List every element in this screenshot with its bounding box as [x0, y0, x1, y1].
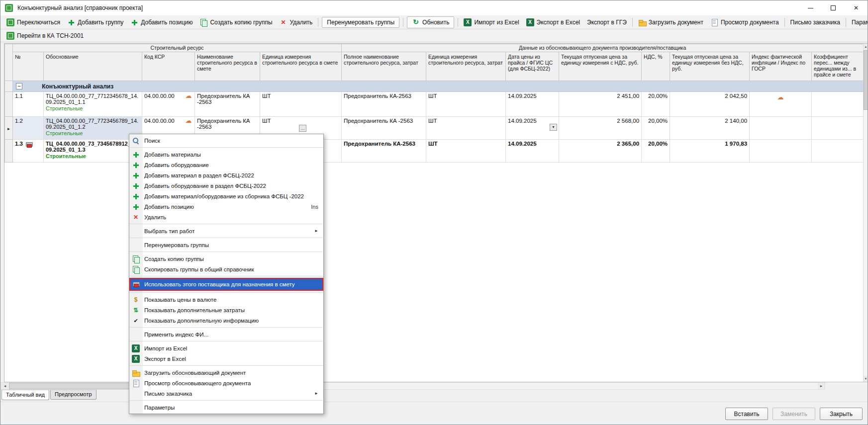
table-row[interactable]: 1.1 ТЦ_04.00.00.00_77_7712345678_14.09.2…	[5, 92, 864, 117]
cell-unit[interactable]: ШТ	[426, 140, 506, 163]
column-header-unit-estimate[interactable]: Единица измерения строительного ресурса …	[260, 52, 342, 81]
cell-vat[interactable]: 20,00%	[642, 92, 670, 117]
menu-item-add-materials[interactable]: Добавить материалы	[129, 149, 323, 160]
cell-justification[interactable]: ТЦ_04.00.00.00_77_7712345678_14.09.2025_…	[44, 92, 142, 117]
menu-item-upload-supporting-document[interactable]: Загрузить обосновывающий документ	[129, 367, 323, 378]
column-header-full-name[interactable]: Полное наименование строительного ресурс…	[342, 52, 426, 81]
customer-letter-button[interactable]: Письмо заказчика	[787, 17, 844, 27]
cell-price-with-vat[interactable]: 2 451,00	[559, 92, 642, 117]
cell-name-estimate[interactable]: Предохранитель КА -2563	[195, 92, 260, 117]
cloud-icon[interactable]	[185, 117, 193, 125]
menu-item-use-supplier[interactable]: Использовать этого поставщика для назнач…	[129, 278, 323, 291]
add-position-button[interactable]: Добавить позицию	[127, 17, 196, 28]
column-header-name-estimate[interactable]: Наименование строительного ресурса в сме…	[195, 52, 260, 81]
menu-item-choose-work-type[interactable]: Выбрать тип работ ►	[129, 226, 323, 236]
add-group-button[interactable]: Добавить группу	[64, 17, 127, 28]
view-document-button[interactable]: Просмотр документа	[707, 17, 782, 28]
menu-item-search[interactable]: Поиск	[129, 135, 323, 146]
scroll-left-arrow-icon[interactable]: ◄	[1, 383, 8, 389]
cell-price-with-vat[interactable]: 2 568,00	[559, 117, 642, 140]
cell-justification[interactable]: ТЦ_04.00.00.00_73_7345678912_14.09.2025_…	[44, 140, 142, 163]
cell-vat[interactable]: 20,00%	[642, 140, 670, 163]
export-excel-button[interactable]: Экспорт в Excel	[523, 17, 583, 28]
column-header-price-date[interactable]: Дата цены из прайса / ФГИС ЦС (для ФСБЦ-…	[506, 52, 559, 81]
column-header-price-without-vat[interactable]: Текущая отпускная цена за единицу измере…	[670, 52, 750, 81]
replace-button[interactable]: Заменить	[772, 408, 815, 420]
close-dialog-button[interactable]: Закрыть	[820, 408, 863, 420]
refresh-button[interactable]: Обновить	[407, 16, 454, 28]
cell-full-name[interactable]: Предохранитель КА-2563	[342, 140, 426, 163]
import-excel-button[interactable]: Импорт из Excel	[460, 17, 522, 28]
column-header-num[interactable]: №	[13, 52, 44, 81]
column-header-inflation-index[interactable]: Индекс фактической инфляции / Индекс по …	[750, 52, 812, 81]
menu-item-show-additional-info[interactable]: Показывать дополнительную информацию	[129, 315, 323, 326]
horizontal-scrollbar[interactable]: ◄ ►	[1, 382, 825, 390]
cell-full-name[interactable]: Предохранитель КА-2563	[342, 92, 426, 117]
cell-inflation-index[interactable]	[750, 140, 812, 163]
cell-price-date[interactable]: 14.09.2025	[506, 140, 559, 163]
copy-group-button[interactable]: Создать копию группы	[196, 17, 276, 28]
cell-justification[interactable]: ТЦ_04.00.00.00_77_7723456789_14.09.2025_…	[44, 117, 142, 140]
switch-button[interactable]: Переключиться	[3, 17, 64, 28]
close-button[interactable]: ✕	[845, 0, 868, 15]
menu-item-show-currency-prices[interactable]: Показывать цены в валюте	[129, 294, 323, 305]
menu-item-copy-groups-to-reference[interactable]: Скопировать группы в общий справочник	[129, 264, 323, 274]
menu-item-delete[interactable]: Удалить	[129, 212, 323, 222]
cell-inflation-index[interactable]	[750, 117, 812, 140]
cell-num[interactable]: 1.1	[13, 92, 44, 117]
menu-item-renumber-groups[interactable]: Перенумеровать группы	[129, 240, 323, 250]
column-header-price-with-vat[interactable]: Текущая отпускная цена за единицу измере…	[559, 52, 642, 81]
export-gge-button[interactable]: Экспорт в ГГЭ	[583, 17, 630, 27]
scroll-right-arrow-icon[interactable]: ►	[818, 383, 825, 389]
cell-price-without-vat[interactable]: 2 140,00	[670, 117, 750, 140]
renumber-groups-button[interactable]: Перенумеровать группы	[322, 17, 399, 28]
parameters-button[interactable]: Параметры	[848, 17, 868, 27]
cell-unit-estimate[interactable]: ШТ	[260, 92, 342, 117]
dropdown-button[interactable]: ▼	[550, 124, 557, 131]
group-row[interactable]: − Конъюнктурный анализ	[5, 81, 864, 92]
cell-num[interactable]: 1.3	[13, 140, 44, 163]
insert-button[interactable]: Вставить	[725, 408, 768, 420]
cell-unit-coefficient[interactable]	[812, 117, 864, 140]
cell-unit[interactable]: ШТ	[426, 92, 506, 117]
menu-item-apply-fi-index[interactable]: Применить индекс ФИ...	[129, 329, 323, 340]
tab-preview[interactable]: Предпросмотр	[50, 390, 96, 400]
column-header-unit-coefficient[interactable]: Коэффициент перес... между единицами из.…	[812, 52, 864, 81]
menu-item-customer-letter[interactable]: Письмо заказчика ►	[129, 388, 323, 399]
cell-ksr[interactable]: 04.00.00.00	[142, 92, 195, 117]
cell-price-with-vat[interactable]: 2 365,00	[559, 140, 642, 163]
group-band[interactable]: − Конъюнктурный анализ	[13, 81, 864, 92]
maximize-button[interactable]	[822, 0, 845, 15]
cell-unit[interactable]: ШТ	[426, 117, 506, 140]
cell-price-date[interactable]: 14.09.2025	[506, 92, 559, 117]
menu-item-add-from-fsbc-collection[interactable]: Добавить материал/оборудование из сборни…	[129, 191, 323, 201]
cell-num[interactable]: 1.2	[13, 117, 44, 140]
cell-unit-coefficient[interactable]	[812, 92, 864, 117]
tab-table-view[interactable]: Табличный вид	[1, 390, 49, 400]
menu-item-copy-group[interactable]: Создать копию группы	[129, 254, 323, 264]
ellipsis-button[interactable]: …	[299, 125, 306, 132]
cloud-icon[interactable]	[185, 92, 193, 100]
menu-item-export-excel[interactable]: Экспорт в Excel	[129, 353, 323, 364]
minimize-button[interactable]	[799, 0, 822, 15]
menu-item-add-equipment[interactable]: Добавить оборудование	[129, 160, 323, 170]
menu-item-add-material-fsbc[interactable]: Добавить материал в раздел ФСБЦ-2022	[129, 170, 323, 180]
cell-price-date[interactable]: 14.09.2025 ▼	[506, 117, 559, 140]
cell-unit-coefficient[interactable]	[812, 140, 864, 163]
menu-item-add-equipment-fsbc[interactable]: Добавить оборудование в раздел ФСБЦ-2022	[129, 180, 323, 191]
cell-price-without-vat[interactable]: 1 970,83	[670, 140, 750, 163]
column-header-vat[interactable]: НДС, %	[642, 52, 670, 81]
column-header-justification[interactable]: Обоснование	[44, 52, 142, 81]
cell-full-name[interactable]: Предохранитель КА -2563	[342, 117, 426, 140]
cloud-icon[interactable]	[776, 94, 784, 102]
cell-price-without-vat[interactable]: 2 042,50	[670, 92, 750, 117]
vertical-scrollbar[interactable]: ▲ ▼	[863, 44, 868, 382]
column-header-ksr[interactable]: Код КСР	[142, 52, 195, 81]
column-header-unit[interactable]: Единица измерения строительного ресурса,…	[426, 52, 506, 81]
collapse-toggle[interactable]: −	[16, 83, 22, 89]
upload-document-button[interactable]: Загрузить документ	[635, 17, 707, 28]
goto-ka-tsn-button[interactable]: Перейти в КА ТСН-2001	[3, 30, 87, 41]
menu-item-parameters[interactable]: Параметры	[129, 402, 323, 413]
menu-item-import-excel[interactable]: Импорт из Excel	[129, 343, 323, 353]
cell-inflation-index[interactable]	[750, 92, 812, 117]
